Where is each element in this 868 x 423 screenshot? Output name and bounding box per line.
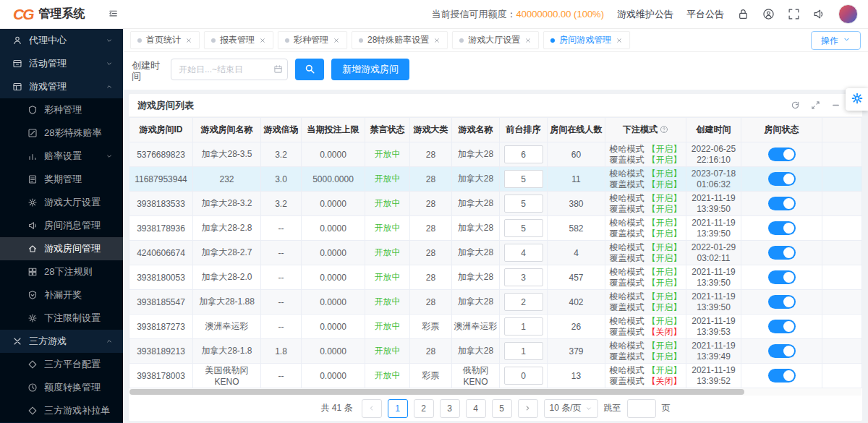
sidebar-item-游戏房间管理[interactable]: 游戏房间管理 xyxy=(0,237,123,260)
room-status-toggle[interactable] xyxy=(768,344,796,358)
tab-首页统计[interactable]: 首页统计 xyxy=(130,31,200,49)
sidebar-item-补漏开奖[interactable]: 补漏开奖 xyxy=(0,283,123,307)
refresh-icon[interactable] xyxy=(791,101,800,110)
sound-icon[interactable] xyxy=(813,8,825,20)
service-icon[interactable] xyxy=(762,8,775,20)
minimize-icon[interactable] xyxy=(831,101,841,110)
sort-order-input[interactable] xyxy=(504,219,543,237)
cell-category: 28 xyxy=(410,290,452,315)
room-status-toggle[interactable] xyxy=(768,172,796,186)
page-button-2[interactable]: 2 xyxy=(414,399,434,418)
sidebar-item-游戏管理[interactable]: 游戏管理 xyxy=(0,75,123,98)
room-status-toggle[interactable] xyxy=(768,270,796,284)
add-room-button[interactable]: 新增游戏房间 xyxy=(331,59,409,80)
horizontal-scrollbar xyxy=(129,388,861,396)
cell-game-name: 加拿大28 xyxy=(452,241,500,265)
sidebar-item-label: 三方游戏 xyxy=(29,335,99,348)
tab-28特殊赔率设置[interactable]: 28特殊赔率设置 xyxy=(352,31,448,49)
sidebar-item-28彩特殊赔率[interactable]: 28彩特殊赔率 xyxy=(0,121,123,145)
sort-order-input[interactable] xyxy=(504,268,543,286)
clock-icon xyxy=(27,383,38,393)
room-status-toggle[interactable] xyxy=(768,197,796,210)
fullscreen-icon[interactable] xyxy=(788,8,800,20)
search-button[interactable] xyxy=(295,59,324,80)
scrollbar-thumb[interactable] xyxy=(129,389,744,395)
next-page-button[interactable] xyxy=(518,399,538,418)
tab-房间游戏管理[interactable]: 房间游戏管理 xyxy=(543,31,630,49)
sidebar-item-活动管理[interactable]: 活动管理 xyxy=(0,52,123,75)
panel-header: 游戏房间列表 xyxy=(129,94,862,117)
sidebar-item-三方游戏补拉单[interactable]: 三方游戏补拉单 xyxy=(0,399,123,422)
chevron-up-icon xyxy=(106,83,113,90)
sort-order-input[interactable] xyxy=(504,195,543,213)
settings-gear-button[interactable] xyxy=(846,88,868,111)
cell-room-id: 3938187273 xyxy=(129,315,193,339)
tab-游戏大厅设置[interactable]: 游戏大厅设置 xyxy=(452,31,539,49)
sidebar-item-三方游戏[interactable]: 三方游戏 xyxy=(0,330,123,353)
platform-notice-link[interactable]: 平台公告 xyxy=(686,8,724,21)
cell-bet-modes: 梭哈模式【开启】覆盖模式【开启】 xyxy=(605,339,686,364)
close-icon[interactable] xyxy=(616,37,623,44)
maintenance-notice-link[interactable]: 游戏维护公告 xyxy=(617,8,673,21)
sort-order-input[interactable] xyxy=(504,170,543,188)
cell-multiplier: -- xyxy=(261,364,302,388)
cell-room-status xyxy=(741,241,822,265)
sidebar-item-28下注规则[interactable]: 28下注规则 xyxy=(0,260,123,283)
action-dropdown-button[interactable]: 操作 xyxy=(811,31,861,50)
cell-game-name: 俄勒冈 KENO xyxy=(452,364,500,388)
user-avatar[interactable] xyxy=(838,4,858,24)
table-row: 3938178003美国俄勒冈 KENO--0.0000开放中彩票俄勒冈 KEN… xyxy=(129,364,862,388)
date-range-input[interactable] xyxy=(171,59,288,80)
sidebar-item-额度转换管理[interactable]: 额度转换管理 xyxy=(0,376,123,399)
sort-order-input[interactable] xyxy=(504,293,543,311)
sidebar-item-三方平台配置[interactable]: 三方平台配置 xyxy=(0,353,123,376)
sidebar-item-下注限制设置[interactable]: 下注限制设置 xyxy=(0,307,123,330)
page-button-3[interactable]: 3 xyxy=(440,399,460,418)
room-status-toggle[interactable] xyxy=(768,246,796,260)
close-icon[interactable] xyxy=(259,37,266,44)
sidebar-item-游戏大厅设置[interactable]: 游戏大厅设置 xyxy=(0,191,123,214)
sort-order-input[interactable] xyxy=(504,145,543,163)
sidebar-item-房间消息管理[interactable]: 房间消息管理 xyxy=(0,214,123,237)
cell-room-name: 美国俄勒冈 KENO xyxy=(193,364,261,388)
room-status-toggle[interactable] xyxy=(768,295,796,309)
close-icon[interactable] xyxy=(333,37,340,44)
expand-icon[interactable] xyxy=(811,101,820,110)
room-status-toggle[interactable] xyxy=(768,320,796,333)
room-status-toggle[interactable] xyxy=(768,148,796,161)
close-icon[interactable] xyxy=(185,37,192,44)
cell-mute-status: 开放中 xyxy=(365,142,410,167)
cell-empty xyxy=(822,192,862,216)
page-button-5[interactable]: 5 xyxy=(492,399,512,418)
cell-room-name: 加拿大28-2.0 xyxy=(193,265,261,290)
sidebar-item-彩种管理[interactable]: 彩种管理 xyxy=(0,98,123,121)
room-status-toggle[interactable] xyxy=(768,369,796,383)
sidebar-item-奖期管理[interactable]: 奖期管理 xyxy=(0,168,123,191)
filter-bar: 创建时间 新增游戏房间 xyxy=(123,52,868,90)
tab-报表管理[interactable]: 报表管理 xyxy=(204,31,273,49)
sort-order-input[interactable] xyxy=(504,342,543,360)
sort-order-input[interactable] xyxy=(504,244,543,262)
tab-彩种管理[interactable]: 彩种管理 xyxy=(278,31,347,49)
tab-dot xyxy=(137,38,142,43)
close-icon[interactable] xyxy=(433,37,441,44)
cell-sort xyxy=(500,241,548,265)
page-button-4[interactable]: 4 xyxy=(466,399,486,418)
lock-icon[interactable] xyxy=(737,8,749,20)
sort-order-input[interactable] xyxy=(504,367,543,385)
room-status-toggle[interactable] xyxy=(768,221,796,235)
jump-page-input[interactable] xyxy=(627,399,656,418)
cell-room-id: 4240606674 xyxy=(129,241,193,265)
cell-bet-modes: 梭哈模式【开启】覆盖模式【开启】 xyxy=(605,265,686,290)
page-button-1[interactable]: 1 xyxy=(388,399,408,418)
sidebar-item-赔率设置[interactable]: 赔率设置 xyxy=(0,145,123,168)
sidebar-collapse-icon[interactable] xyxy=(109,9,119,20)
table-row: 3938185547加拿大28-1.88--0.0000开放中28加拿大2840… xyxy=(129,290,862,315)
prev-page-button[interactable] xyxy=(362,399,382,418)
per-page-select[interactable]: 10 条/页 xyxy=(544,399,598,418)
close-icon[interactable] xyxy=(524,37,532,44)
cell-bet-limit: 0.0000 xyxy=(302,265,365,290)
sidebar-item-代理中心[interactable]: 代理中心 xyxy=(0,29,123,52)
sort-order-input[interactable] xyxy=(504,317,543,336)
help-icon[interactable] xyxy=(660,125,668,134)
